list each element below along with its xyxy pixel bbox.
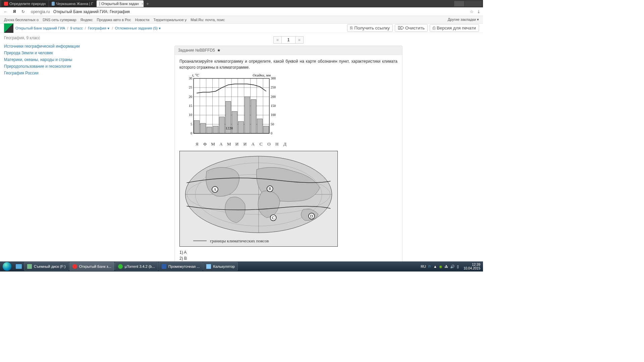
svg-text:300: 300 [271, 76, 276, 80]
svg-rect-42 [232, 111, 237, 133]
get-link-button[interactable]: ⎘Получить ссылку [347, 24, 393, 32]
link-icon: ⎘ [350, 25, 353, 31]
drive-icon [27, 264, 32, 269]
svg-text:250: 250 [271, 85, 276, 89]
svg-rect-45 [251, 100, 256, 133]
sidebar: География, 9 класс Источники географичес… [4, 36, 91, 271]
map-point-d: D [310, 214, 313, 218]
url-title: Открытый Банк заданий ГИА: География [53, 9, 130, 14]
answer-1[interactable]: 1) A [179, 249, 397, 255]
pager-prev[interactable]: « [273, 36, 282, 44]
pager-next[interactable]: » [295, 36, 304, 44]
pager-input[interactable] [282, 36, 295, 44]
map-point-b: B [269, 186, 271, 191]
other-bookmarks[interactable]: Другие закладки ▾ [448, 17, 479, 22]
crumb-grade[interactable]: 9 класс [70, 26, 83, 30]
svg-text:200: 200 [271, 95, 276, 99]
svg-rect-36 [194, 121, 200, 133]
answer-2[interactable]: 2) B [179, 255, 397, 261]
flag-icon[interactable]: ⚐ [428, 264, 431, 269]
svg-text:25: 25 [189, 85, 192, 89]
world-map: A B C D границы климатических поясов [179, 151, 338, 247]
bookmark-3[interactable]: Продажа авто в Рос [97, 18, 131, 22]
sidebar-item-0[interactable]: Источники географической информации [4, 43, 91, 50]
svg-rect-43 [238, 121, 244, 133]
crumb-delayed[interactable]: Отложенные задания (5)▼ [115, 26, 161, 30]
page-toolbar: Открытый Банк заданий ГИА / 9 класс / Ге… [0, 23, 483, 33]
window-controls [454, 1, 482, 6]
clear-button[interactable]: ⌦Очистить [395, 24, 428, 32]
month-labels: ЯФМАМИИАСОНД [194, 141, 397, 147]
star-icon[interactable]: ★ [217, 48, 221, 53]
taskbar-item-2[interactable]: µTorrent 3.4.2 (b... [115, 262, 158, 271]
map-legend: границы климатических поясов [193, 238, 269, 244]
svg-text:1220: 1220 [225, 126, 233, 130]
star-icon[interactable]: ☆ [470, 9, 474, 14]
start-button[interactable] [1, 261, 13, 272]
bookmarks-bar: Доска бесплатных о DNS сеть супермар Янд… [0, 16, 483, 23]
print-button[interactable]: ⎙Версия для печати [430, 24, 479, 32]
url-field[interactable]: opengia.ru Открытый Банк заданий ГИА: Ге… [29, 9, 467, 15]
svg-text:100: 100 [271, 113, 276, 117]
tab-1[interactable]: Черкашина Жанна | Г [49, 0, 96, 7]
crumb-subject[interactable]: География▼ [88, 26, 110, 30]
sidebar-item-3[interactable]: Природопользование и геоэкология [4, 63, 91, 70]
climatogram: t, °CОсадки, мм0510152025300501001502002… [179, 72, 283, 139]
taskbar-item-0[interactable]: Съемный диск (F:) [24, 262, 69, 271]
sidebar-item-1[interactable]: Природа Земли и человек [4, 50, 91, 56]
svg-rect-47 [264, 126, 269, 133]
sidebar-item-2[interactable]: Материки, океаны, народы и страны [4, 56, 91, 63]
svg-text:5: 5 [191, 122, 192, 126]
bookmark-2[interactable]: Яндекс [80, 18, 93, 22]
windows-taskbar: Съемный диск (F:) Открытый Банк з... µTo… [0, 261, 483, 272]
battery-icon[interactable]: ▯ [457, 264, 459, 269]
pager: « » [273, 36, 303, 44]
sidebar-item-4[interactable]: География России [4, 70, 91, 76]
print-icon: ⎙ [433, 25, 435, 31]
tab-2[interactable]: Открытый Банк задан× [97, 0, 144, 7]
bookmark-4[interactable]: Новости [135, 18, 150, 22]
maximize-button[interactable] [465, 1, 482, 6]
svg-text:15: 15 [189, 104, 192, 108]
new-tab-button[interactable]: + [144, 1, 151, 6]
taskbar-item-4[interactable]: Калькулятор [203, 262, 237, 271]
main-content: « » Задание №BBFFD5 ★ Проанализируйте кл… [98, 36, 479, 271]
system-tray[interactable]: RU ⚐ ▲ ◉ 🖧 🔊 ▯ [419, 264, 461, 269]
tab-label: Определите природн [9, 2, 46, 6]
svg-rect-38 [207, 127, 212, 133]
svg-text:0: 0 [271, 131, 272, 135]
explorer-quick-icon[interactable] [14, 262, 23, 271]
yandex-button[interactable]: Я [11, 9, 17, 15]
svg-rect-39 [213, 126, 218, 133]
download-icon[interactable]: ⤓ [477, 9, 480, 14]
reload-button[interactable]: ↻ [20, 9, 26, 15]
taskbar-clock[interactable]: 12:39 10.04.2015 [462, 263, 482, 270]
nvidia-icon[interactable]: ◉ [439, 264, 442, 269]
svg-text:50: 50 [271, 122, 274, 126]
tray-icon[interactable]: ▲ [433, 264, 437, 268]
bookmark-0[interactable]: Доска бесплатных о [4, 18, 39, 22]
svg-text:10: 10 [189, 113, 192, 117]
site-logo[interactable] [4, 23, 13, 33]
network-icon[interactable]: 🖧 [444, 264, 448, 268]
tab-close-icon[interactable]: × [142, 2, 144, 6]
favicon-yandex [4, 2, 8, 6]
minimize-button[interactable] [454, 1, 464, 6]
volume-icon[interactable]: 🔊 [450, 264, 455, 269]
tab-0[interactable]: Определите природн [1, 0, 48, 7]
crumb-root[interactable]: Открытый Банк заданий ГИА [15, 26, 65, 30]
svg-rect-44 [245, 97, 250, 133]
taskbar-item-3[interactable]: Промежуточная ... [159, 262, 203, 271]
bookmark-1[interactable]: DNS сеть супермар [43, 18, 76, 22]
svg-rect-46 [257, 119, 263, 133]
erase-icon: ⌦ [398, 25, 404, 31]
back-button[interactable]: ← [3, 9, 9, 15]
lang-indicator[interactable]: RU [421, 264, 426, 268]
url-domain: opengia.ru [31, 9, 50, 14]
bookmark-5[interactable]: Территориальное у [153, 18, 186, 22]
word-icon [162, 264, 166, 269]
taskbar-item-1[interactable]: Открытый Банк з... [69, 262, 114, 271]
sidebar-title: География, 9 класс [4, 36, 91, 40]
svg-rect-37 [200, 123, 206, 133]
bookmark-6[interactable]: Mail.Ru: почта, поис [191, 18, 225, 22]
